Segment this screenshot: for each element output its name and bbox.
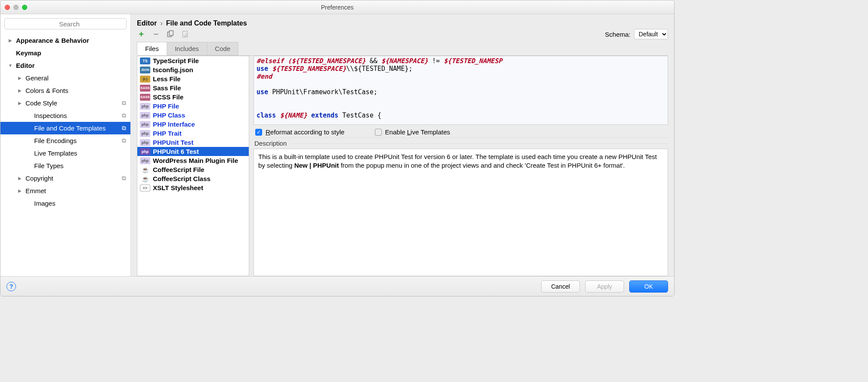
sidebar-item-file-encodings[interactable]: File Encodings⧉ [0,134,130,147]
sidebar-item-emmet[interactable]: ▶Emmet [0,185,130,197]
ok-button[interactable]: OK [629,280,668,293]
copy-profile-icon: ⧉ [122,112,126,119]
breadcrumb-leaf: File and Code Templates [166,19,247,27]
template-name: Sass File [153,84,181,92]
template-item-typescript-file[interactable]: TSTypeScript File [137,56,249,65]
template-item-php-class[interactable]: phpPHP Class [137,111,249,120]
chevron-icon: ▶ [17,101,23,105]
help-button[interactable]: ? [6,282,16,291]
copy-profile-icon: ⧉ [122,99,126,107]
sidebar-item-appearance-behavior[interactable]: ▶Appearance & Behavior [0,34,130,47]
svg-rect-1 [169,31,173,35]
template-item-sass-file[interactable]: SASSSass File [137,83,249,92]
template-item-tsconfig-json[interactable]: JSONtsconfig.json [137,65,249,74]
sidebar-item-label: File Types [34,162,63,169]
chevron-icon: ▶ [17,188,23,193]
copy-profile-icon: ⧉ [122,124,126,132]
template-item-wordpress-main-plugin-file[interactable]: phpWordPress Main Plugin File [137,156,249,165]
dialog-footer: ? Cancel Apply OK [0,276,674,296]
template-item-coffeescript-class[interactable]: ☕CoffeeScript Class [137,174,249,183]
filetype-icon: php [140,130,150,137]
sidebar-item-code-style[interactable]: ▶Code Style⧉ [0,97,130,109]
schema-select[interactable]: Default [634,29,668,39]
template-name: tsconfig.json [153,66,193,73]
tab-files[interactable]: Files [137,42,167,55]
filetype-icon: {L} [140,76,150,83]
sidebar-item-label: Copyright [25,175,53,182]
template-name: Less File [153,75,181,83]
titlebar: Preferences [0,0,674,14]
filetype-icon: php [140,139,150,146]
sidebar-item-label: File and Code Templates [34,124,106,132]
sidebar-item-images[interactable]: Images [0,197,130,210]
template-name: SCSS File [153,93,184,101]
sidebar-item-label: Appearance & Behavior [16,37,89,44]
copy-profile-icon: ⧉ [122,137,126,144]
template-item-coffeescript-file[interactable]: ☕CoffeeScript File [137,165,249,174]
template-name: PHP File [153,102,179,110]
sidebar-item-label: General [25,74,48,82]
sidebar-item-editor[interactable]: ▼Editor [0,59,130,72]
template-item-phpunit-6-test[interactable]: phpPHPUnit 6 Test [137,147,249,156]
filetype-icon: SASS [140,94,150,101]
description-text: This is a built-in template used to crea… [253,149,668,276]
sidebar-item-label: Live Templates [34,150,77,157]
tab-includes[interactable]: Includes [167,42,207,55]
reload-template-button[interactable] [181,30,190,38]
breadcrumb-separator: › [160,19,162,27]
main-panel: Editor › File and Code Templates + − Sch… [131,14,674,276]
template-name: PHP Trait [153,130,181,137]
sidebar-item-file-types[interactable]: File Types [0,159,130,172]
sidebar-item-general[interactable]: ▶General [0,72,130,84]
sidebar-item-colors-fonts[interactable]: ▶Colors & Fonts [0,84,130,97]
apply-button[interactable]: Apply [585,280,624,293]
template-name: TypeScript File [153,57,199,64]
chevron-icon: ▶ [17,176,23,181]
reformat-checkbox[interactable]: ✓ Reformat according to style [255,128,345,136]
chevron-icon: ▶ [17,76,23,80]
filetype-icon: <> [140,185,150,191]
template-list[interactable]: TSTypeScript FileJSONtsconfig.json{L}Les… [137,56,249,276]
tab-code[interactable]: Code [207,42,239,55]
template-item-phpunit-test[interactable]: phpPHPUnit Test [137,138,249,147]
template-item-php-file[interactable]: phpPHP File [137,102,249,111]
template-item-php-trait[interactable]: phpPHP Trait [137,129,249,138]
search-input[interactable] [4,18,127,29]
checkbox-unchecked-icon [375,129,382,136]
filetype-icon: SASS [140,85,150,92]
sidebar-item-live-templates[interactable]: Live Templates [0,147,130,159]
chevron-icon: ▶ [7,38,13,43]
template-item-php-interface[interactable]: phpPHP Interface [137,120,249,129]
template-toolbar: + − Schema: Default [131,27,674,39]
sidebar-item-inspections[interactable]: Inspections⧉ [0,109,130,122]
template-tabs: Files Includes Code [137,42,674,55]
filetype-icon: php [140,157,150,164]
template-item-xslt-stylesheet[interactable]: <>XSLT Stylesheet [137,183,249,192]
sidebar-item-label: Emmet [25,187,46,194]
template-item-scss-file[interactable]: SASSSCSS File [137,92,249,102]
filetype-icon: TS [140,57,150,64]
copy-template-button[interactable] [166,30,175,38]
template-editor[interactable]: #elseif (${TESTED_NAMESPACE} && ${NAMESP… [253,56,668,125]
sidebar-item-file-and-code-templates[interactable]: File and Code Templates⧉ [0,122,130,134]
breadcrumb-root[interactable]: Editor [137,19,157,27]
settings-tree: ▶Appearance & BehaviorKeymap▼Editor▶Gene… [0,33,130,276]
template-name: PHP Interface [153,121,195,128]
template-item-less-file[interactable]: {L}Less File [137,74,249,83]
sidebar-item-keymap[interactable]: Keymap [0,47,130,59]
filetype-icon: JSON [140,67,150,73]
add-template-button[interactable]: + [137,30,146,38]
remove-template-button[interactable]: − [152,30,160,38]
sidebar-item-copyright[interactable]: ▶Copyright⧉ [0,172,130,185]
copy-profile-icon: ⧉ [122,175,126,182]
template-name: CoffeeScript File [153,166,204,173]
chevron-icon: ▶ [17,88,23,93]
template-name: PHPUnit 6 Test [153,148,199,155]
sidebar: ⌕ ▶Appearance & BehaviorKeymap▼Editor▶Ge… [0,14,131,276]
live-templates-checkbox[interactable]: Enable Live Templates [375,128,450,136]
breadcrumb: Editor › File and Code Templates [131,14,674,27]
sidebar-item-label: Images [34,200,55,207]
cancel-button[interactable]: Cancel [541,280,580,293]
template-name: XSLT Stylesheet [153,184,203,191]
sidebar-item-label: Keymap [16,49,41,57]
